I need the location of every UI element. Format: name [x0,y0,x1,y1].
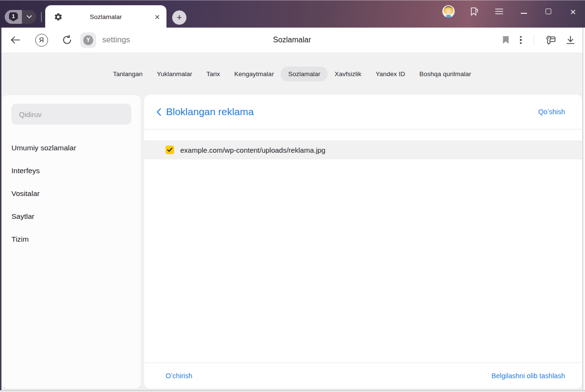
nav-sozlamalar-active[interactable]: Sozlamalar [281,67,328,81]
maximize-icon[interactable] [543,5,554,18]
delete-link[interactable]: Oʻchirish [166,372,192,380]
hamburger-menu-icon[interactable] [494,5,504,18]
avatar-face [446,9,451,14]
tab-count: 1 [12,13,15,19]
sidebar-item-umumiy-sozlamalar[interactable]: Umumiy sozlamalar [11,139,131,157]
tab-count-shield-icon: 1 [9,12,18,21]
download-icon[interactable] [561,35,580,45]
nav-boshqa-qurilmalar[interactable]: Boshqa qurilmalar [419,70,471,78]
back-arrow-icon[interactable] [1,36,29,44]
profile-avatar[interactable] [442,5,455,18]
nav-yuklanmalar[interactable]: Yuklanmalar [157,70,192,78]
passwords-key-icon[interactable] [540,35,561,45]
section-title: Bloklangan reklama [166,106,254,118]
list-item[interactable]: example.com/wp-content/uploads/reklama.j… [144,140,582,159]
kebab-menu-icon[interactable] [514,36,528,44]
row-checkbox[interactable] [166,146,174,154]
nav-yandex-id[interactable]: Yandex ID [376,70,405,78]
main-header: Bloklangan reklama Qoʻshish [144,95,582,129]
sidebar-item-saytlar[interactable]: Saytlar [11,207,131,225]
sidebar-list: Umumiy sozlamalar Interfeys Vositalar Sa… [11,139,131,253]
close-icon[interactable]: × [568,5,578,18]
search-input[interactable] [11,104,131,125]
check-icon [167,147,173,152]
tab-sozlamalar[interactable]: Sozlamalar × [45,5,166,28]
sidebar-item-vositalar[interactable]: Vositalar [11,185,131,203]
gear-icon [54,12,63,21]
address-bar-text[interactable]: settings [102,35,130,45]
sidebar-item-interfeys[interactable]: Interfeys [11,162,131,180]
nav-xavfsizlik[interactable]: Xavfsizlik [334,70,361,78]
avatar-body [446,15,451,18]
main-panel: Bloklangan reklama Qoʻshish example.com/… [144,95,582,389]
clear-selection-link[interactable]: Belgilashni olib tashlash [491,372,565,380]
minimize-icon[interactable] [518,5,529,18]
back-chevron-icon[interactable] [154,107,164,117]
nav-tanlangan[interactable]: Tanlangan [113,70,142,78]
toolbar-right-cluster [497,34,583,46]
blocked-url: example.com/wp-content/uploads/reklama.j… [180,146,325,154]
tab-counter-dropdown[interactable] [22,10,36,24]
tab-counter-segment[interactable]: 1 [5,10,22,24]
main-footer: Oʻchirish Belgilashni olib tashlash [144,363,582,389]
tab-counter-button[interactable]: 1 [5,10,36,24]
site-badge-icon[interactable]: Y [80,32,96,48]
chevron-down-icon [27,15,32,19]
tab-strip: 1 Sozlamalar × + [0,0,585,28]
blocked-ads-list: example.com/wp-content/uploads/reklama.j… [144,130,582,363]
add-link[interactable]: Qoʻshish [538,108,565,116]
collections-flag-icon[interactable] [469,5,479,18]
refresh-icon[interactable] [54,35,80,45]
window-controls: × [442,4,578,19]
settings-sidebar: Umumiy sozlamalar Interfeys Vositalar Sa… [2,95,141,389]
new-tab-button[interactable]: + [172,10,186,25]
browser-window: 1 Sozlamalar × + [0,0,585,392]
sidebar-item-tizim[interactable]: Tizim [11,230,131,248]
settings-nav: Tanlangan Yuklanmalar Tarix Kengaytmalar… [1,52,583,95]
bookmark-icon[interactable] [497,36,514,44]
tab-close-icon[interactable]: × [155,12,160,21]
window-edge-left [0,28,1,392]
nav-tarix[interactable]: Tarix [206,70,220,78]
window-edge-right [583,28,585,392]
tabstrip-divider [41,12,42,22]
yandex-logo-icon[interactable]: Я [29,34,54,47]
toolbar-divider [534,34,534,46]
nav-kengaytmalar[interactable]: Kengaytmalar [234,70,274,78]
tab-title: Sozlamalar [45,13,166,20]
toolbar: Я Y settings Sozlamalar [1,28,583,52]
window-edge-bottom [0,390,585,392]
